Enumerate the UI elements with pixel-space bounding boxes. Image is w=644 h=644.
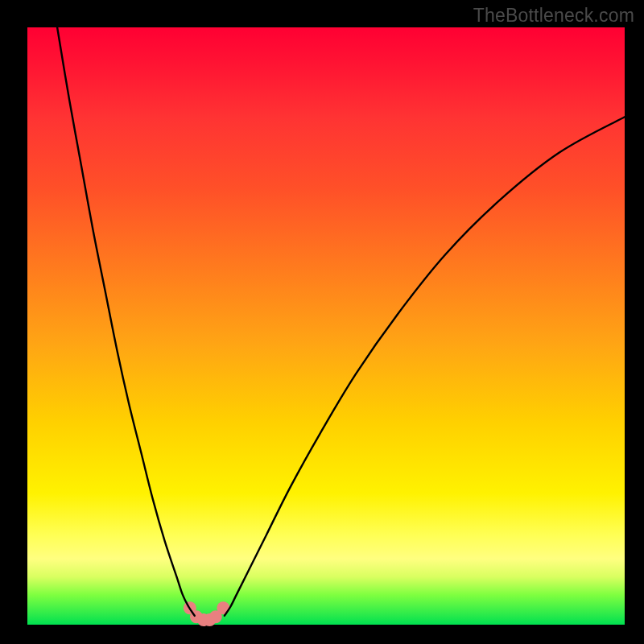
watermark-text: TheBottleneck.com bbox=[473, 5, 634, 27]
chart-svg bbox=[27, 27, 625, 625]
curve-right-branch bbox=[225, 117, 625, 616]
valley-markers bbox=[184, 601, 230, 626]
curve-left-branch bbox=[57, 27, 195, 616]
chart-frame: TheBottleneck.com bbox=[0, 0, 644, 644]
